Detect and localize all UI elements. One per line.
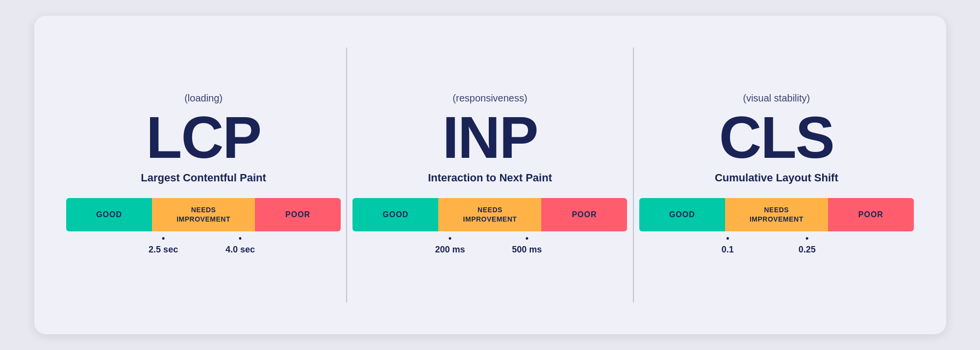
cls-bar-container: GOOD NEEDSIMPROVEMENT POOR 0.1 0.25 (639, 198, 914, 258)
inp-block: (responsiveness) INP Interaction to Next… (352, 93, 627, 258)
cls-threshold-2: 0.25 (799, 233, 816, 255)
cls-bar: GOOD NEEDSIMPROVEMENT POOR (639, 198, 914, 231)
inp-description: Interaction to Next Paint (428, 172, 552, 184)
divider-1 (346, 48, 347, 302)
inp-needs-segment: NEEDSIMPROVEMENT (438, 198, 541, 231)
cls-subtitle: (visual stability) (743, 93, 810, 104)
lcp-bar-labels: 2.5 sec 4.0 sec (66, 233, 341, 258)
cls-needs-segment: NEEDSIMPROVEMENT (725, 198, 828, 231)
lcp-poor-segment: POOR (255, 198, 341, 231)
lcp-subtitle: (loading) (184, 93, 223, 104)
inp-threshold-2: 500 ms (512, 233, 542, 255)
cls-title: CLS (719, 108, 834, 167)
cls-description: Cumulative Layout Shift (715, 172, 838, 184)
lcp-threshold-2: 4.0 sec (226, 233, 255, 255)
inp-poor-segment: POOR (541, 198, 627, 231)
cls-bar-labels: 0.1 0.25 (639, 233, 914, 258)
main-card: (loading) LCP Largest Contentful Paint G… (34, 16, 946, 334)
lcp-threshold-1: 2.5 sec (149, 233, 178, 255)
lcp-bar: GOOD NEEDSIMPROVEMENT POOR (66, 198, 341, 231)
lcp-bar-container: GOOD NEEDSIMPROVEMENT POOR 2.5 sec 4.0 s… (66, 198, 341, 258)
lcp-block: (loading) LCP Largest Contentful Paint G… (66, 93, 341, 258)
inp-subtitle: (responsiveness) (452, 93, 527, 104)
cls-poor-segment: POOR (828, 198, 914, 231)
inp-bar: GOOD NEEDSIMPROVEMENT POOR (352, 198, 627, 231)
inp-threshold-1: 200 ms (435, 233, 465, 255)
cls-good-segment: GOOD (639, 198, 725, 231)
lcp-description: Largest Contentful Paint (141, 172, 266, 184)
inp-bar-container: GOOD NEEDSIMPROVEMENT POOR 200 ms 500 ms (352, 198, 627, 258)
divider-2 (633, 48, 634, 302)
cls-threshold-1: 0.1 (722, 233, 734, 255)
cls-block: (visual stability) CLS Cumulative Layout… (639, 93, 914, 258)
inp-bar-labels: 200 ms 500 ms (352, 233, 627, 258)
lcp-good-segment: GOOD (66, 198, 152, 231)
inp-title: INP (442, 108, 537, 167)
inp-good-segment: GOOD (352, 198, 438, 231)
lcp-needs-segment: NEEDSIMPROVEMENT (152, 198, 255, 231)
lcp-title: LCP (146, 108, 261, 167)
